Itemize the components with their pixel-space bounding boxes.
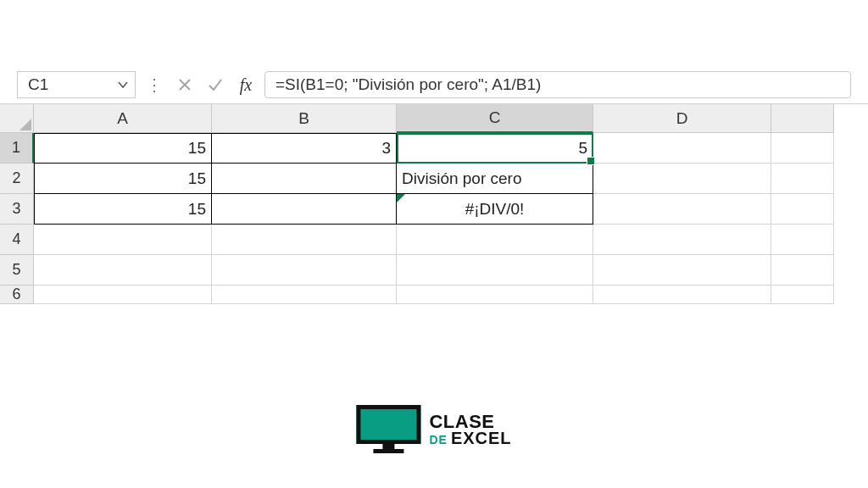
cell-b2[interactable]: [212, 164, 397, 194]
cell-b5[interactable]: [212, 255, 397, 286]
col-header-e[interactable]: [771, 104, 834, 133]
cell-d2[interactable]: [593, 164, 771, 194]
cell-d3[interactable]: [593, 194, 771, 225]
cell-d4[interactable]: [593, 225, 771, 255]
cell-e5[interactable]: [771, 255, 834, 286]
cell-d6[interactable]: [593, 286, 771, 304]
row-header-1[interactable]: 1: [0, 133, 34, 164]
cell-a3[interactable]: 15: [34, 194, 212, 225]
formula-input[interactable]: =SI(B1=0; "División por cero"; A1/B1): [264, 71, 851, 98]
cell-e3[interactable]: [771, 194, 834, 225]
brand-logo: CLASE DEEXCEL: [356, 405, 511, 454]
cell-a6[interactable]: [34, 286, 212, 304]
cell-a4[interactable]: [34, 225, 212, 255]
row-header-4[interactable]: 4: [0, 225, 34, 255]
formula-text: =SI(B1=0; "División por cero"; A1/B1): [275, 75, 541, 94]
insert-function-button[interactable]: fx: [234, 71, 258, 98]
row-header-6[interactable]: 6: [0, 286, 34, 304]
cell-c1[interactable]: 5: [397, 133, 593, 164]
cell-c5[interactable]: [397, 255, 593, 286]
cell-e4[interactable]: [771, 225, 834, 255]
col-header-c[interactable]: C: [397, 104, 593, 133]
separator-dots-icon: ⋮: [142, 75, 166, 95]
cell-c3[interactable]: #¡DIV/0!: [397, 194, 593, 225]
cell-b3[interactable]: [212, 194, 397, 225]
select-all-corner[interactable]: [0, 104, 34, 133]
cell-a1[interactable]: 15: [34, 133, 212, 164]
monitor-icon: [356, 405, 420, 454]
error-flag-icon: [397, 194, 405, 202]
logo-de: DE: [429, 433, 447, 446]
col-header-b[interactable]: B: [212, 104, 397, 133]
name-box[interactable]: C1: [17, 71, 136, 98]
cell-c2[interactable]: División por cero: [397, 164, 593, 194]
enter-button[interactable]: [203, 71, 227, 98]
cell-c4[interactable]: [397, 225, 593, 255]
cancel-button[interactable]: [173, 71, 197, 98]
cell-a2[interactable]: 15: [34, 164, 212, 194]
col-header-d[interactable]: D: [593, 104, 771, 133]
row-header-2[interactable]: 2: [0, 164, 34, 194]
name-box-value: C1: [28, 75, 48, 94]
cell-d1[interactable]: [593, 133, 771, 164]
cell-d5[interactable]: [593, 255, 771, 286]
cell-c6[interactable]: [397, 286, 593, 304]
cell-b1[interactable]: 3: [212, 133, 397, 164]
cell-b4[interactable]: [212, 225, 397, 255]
cell-e2[interactable]: [771, 164, 834, 194]
spreadsheet-grid[interactable]: A B C D 1 15 3 5 2 15 División por cero …: [0, 104, 868, 304]
chevron-down-icon: [118, 75, 128, 94]
cell-c3-value: #¡DIV/0!: [465, 200, 525, 219]
cell-e6[interactable]: [771, 286, 834, 304]
cell-e1[interactable]: [771, 133, 834, 164]
row-header-3[interactable]: 3: [0, 194, 34, 225]
cell-b6[interactable]: [212, 286, 397, 304]
row-header-5[interactable]: 5: [0, 255, 34, 286]
cell-a5[interactable]: [34, 255, 212, 286]
logo-line2: EXCEL: [451, 429, 512, 447]
col-header-a[interactable]: A: [34, 104, 212, 133]
